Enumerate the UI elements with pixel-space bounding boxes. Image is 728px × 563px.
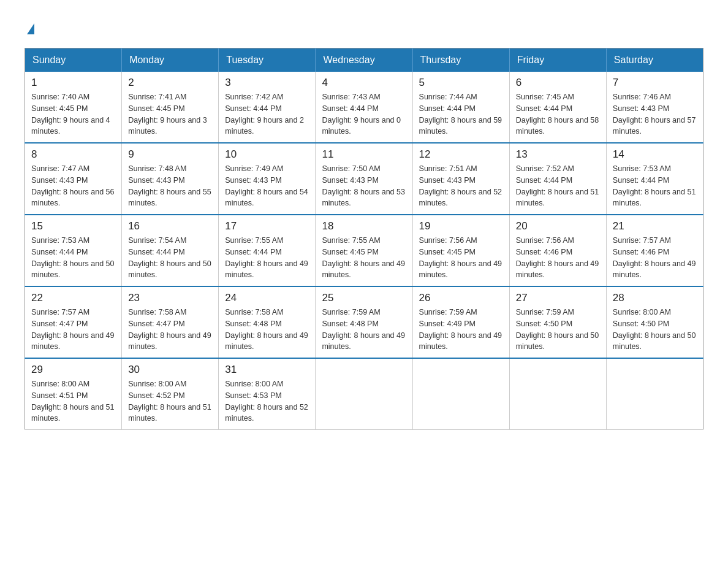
calendar-cell: 16 Sunrise: 7:54 AM Sunset: 4:44 PM Dayl… — [122, 215, 219, 286]
sunset-label: Sunset: 4:46 PM — [613, 248, 669, 256]
sunset-label: Sunset: 4:43 PM — [128, 176, 184, 185]
calendar-header-wednesday: Wednesday — [316, 48, 412, 72]
day-number: 29 — [31, 364, 115, 376]
logo — [25, 18, 34, 36]
day-number: 14 — [613, 148, 697, 161]
sunrise-label: Sunrise: 7:59 AM — [322, 308, 380, 316]
day-number: 20 — [516, 220, 600, 232]
day-info: Sunrise: 7:58 AM Sunset: 4:48 PM Dayligh… — [225, 307, 309, 353]
calendar-week-1: 1 Sunrise: 7:40 AM Sunset: 4:45 PM Dayli… — [25, 72, 703, 143]
sunset-label: Sunset: 4:47 PM — [128, 320, 184, 328]
sunrise-label: Sunrise: 7:57 AM — [613, 236, 671, 245]
calendar-cell: 24 Sunrise: 7:58 AM Sunset: 4:48 PM Dayl… — [219, 286, 316, 358]
sunrise-label: Sunrise: 7:50 AM — [322, 164, 380, 173]
sunrise-label: Sunrise: 7:58 AM — [128, 308, 186, 316]
sunrise-label: Sunrise: 7:43 AM — [322, 93, 380, 101]
day-number: 27 — [516, 292, 600, 304]
calendar-cell: 26 Sunrise: 7:59 AM Sunset: 4:49 PM Dayl… — [412, 286, 509, 358]
daylight-label: Daylight: 8 hours and 51 minutes. — [31, 403, 115, 423]
day-number: 15 — [31, 220, 115, 232]
calendar-header-sunday: Sunday — [25, 48, 122, 72]
day-info: Sunrise: 7:49 AM Sunset: 4:43 PM Dayligh… — [225, 163, 309, 209]
daylight-label: Daylight: 9 hours and 0 minutes. — [322, 116, 401, 136]
day-info: Sunrise: 8:00 AM Sunset: 4:50 PM Dayligh… — [613, 307, 697, 353]
sunset-label: Sunset: 4:45 PM — [128, 104, 184, 113]
logo-general-line — [25, 18, 34, 36]
sunset-label: Sunset: 4:45 PM — [419, 248, 476, 256]
calendar-cell — [509, 358, 606, 430]
day-number: 11 — [322, 148, 406, 161]
daylight-label: Daylight: 8 hours and 58 minutes. — [516, 116, 599, 136]
day-number: 2 — [128, 77, 212, 89]
daylight-label: Daylight: 8 hours and 54 minutes. — [225, 188, 308, 208]
day-info: Sunrise: 7:58 AM Sunset: 4:47 PM Dayligh… — [128, 307, 212, 353]
daylight-label: Daylight: 8 hours and 52 minutes. — [419, 188, 502, 208]
sunrise-label: Sunrise: 8:00 AM — [613, 308, 671, 316]
daylight-label: Daylight: 8 hours and 50 minutes. — [613, 331, 696, 351]
calendar-header-monday: Monday — [122, 48, 219, 72]
calendar-cell: 19 Sunrise: 7:56 AM Sunset: 4:45 PM Dayl… — [412, 215, 509, 286]
calendar-cell: 9 Sunrise: 7:48 AM Sunset: 4:43 PM Dayli… — [122, 143, 219, 215]
sunset-label: Sunset: 4:44 PM — [225, 104, 281, 113]
day-number: 12 — [419, 148, 503, 161]
sunset-label: Sunset: 4:44 PM — [516, 104, 572, 113]
day-info: Sunrise: 7:57 AM Sunset: 4:46 PM Dayligh… — [613, 235, 697, 281]
day-number: 19 — [419, 220, 503, 232]
day-info: Sunrise: 7:41 AM Sunset: 4:45 PM Dayligh… — [128, 91, 212, 137]
day-info: Sunrise: 8:00 AM Sunset: 4:52 PM Dayligh… — [128, 378, 212, 424]
calendar-header-thursday: Thursday — [412, 48, 509, 72]
sunset-label: Sunset: 4:48 PM — [225, 320, 281, 328]
day-info: Sunrise: 7:59 AM Sunset: 4:50 PM Dayligh… — [516, 307, 600, 353]
daylight-label: Daylight: 8 hours and 49 minutes. — [516, 259, 599, 280]
calendar-header-friday: Friday — [509, 48, 606, 72]
sunset-label: Sunset: 4:53 PM — [225, 391, 281, 400]
daylight-label: Daylight: 8 hours and 51 minutes. — [613, 188, 696, 208]
day-info: Sunrise: 7:47 AM Sunset: 4:43 PM Dayligh… — [31, 163, 115, 209]
calendar-week-4: 22 Sunrise: 7:57 AM Sunset: 4:47 PM Dayl… — [25, 286, 703, 358]
sunrise-label: Sunrise: 7:49 AM — [225, 164, 283, 173]
calendar-cell: 8 Sunrise: 7:47 AM Sunset: 4:43 PM Dayli… — [25, 143, 122, 215]
daylight-label: Daylight: 9 hours and 2 minutes. — [225, 116, 304, 136]
sunset-label: Sunset: 4:44 PM — [31, 248, 88, 256]
day-info: Sunrise: 7:45 AM Sunset: 4:44 PM Dayligh… — [516, 91, 600, 137]
sunrise-label: Sunrise: 7:57 AM — [31, 308, 89, 316]
day-number: 22 — [31, 292, 115, 304]
calendar-week-2: 8 Sunrise: 7:47 AM Sunset: 4:43 PM Dayli… — [25, 143, 703, 215]
daylight-label: Daylight: 8 hours and 49 minutes. — [613, 259, 696, 280]
sunset-label: Sunset: 4:45 PM — [322, 248, 378, 256]
daylight-label: Daylight: 8 hours and 49 minutes. — [225, 331, 308, 351]
day-number: 16 — [128, 220, 212, 232]
day-number: 6 — [516, 77, 600, 89]
sunset-label: Sunset: 4:44 PM — [516, 176, 572, 185]
calendar-cell — [316, 358, 412, 430]
day-number: 9 — [128, 148, 212, 161]
sunset-label: Sunset: 4:44 PM — [613, 176, 669, 185]
logo-triangle-icon — [27, 23, 34, 34]
calendar-cell: 18 Sunrise: 7:55 AM Sunset: 4:45 PM Dayl… — [316, 215, 412, 286]
calendar-header-row: SundayMondayTuesdayWednesdayThursdayFrid… — [25, 48, 703, 72]
calendar-cell — [412, 358, 509, 430]
day-number: 1 — [31, 77, 115, 89]
day-info: Sunrise: 8:00 AM Sunset: 4:51 PM Dayligh… — [31, 378, 115, 424]
sunset-label: Sunset: 4:43 PM — [322, 176, 378, 185]
day-info: Sunrise: 7:44 AM Sunset: 4:44 PM Dayligh… — [419, 91, 503, 137]
calendar-cell: 25 Sunrise: 7:59 AM Sunset: 4:48 PM Dayl… — [316, 286, 412, 358]
calendar-cell: 2 Sunrise: 7:41 AM Sunset: 4:45 PM Dayli… — [122, 72, 219, 143]
sunset-label: Sunset: 4:50 PM — [516, 320, 572, 328]
daylight-label: Daylight: 9 hours and 3 minutes. — [128, 116, 207, 136]
sunrise-label: Sunrise: 7:56 AM — [516, 236, 574, 245]
sunset-label: Sunset: 4:46 PM — [516, 248, 572, 256]
calendar-week-3: 15 Sunrise: 7:53 AM Sunset: 4:44 PM Dayl… — [25, 215, 703, 286]
calendar-cell: 29 Sunrise: 8:00 AM Sunset: 4:51 PM Dayl… — [25, 358, 122, 430]
calendar-cell: 17 Sunrise: 7:55 AM Sunset: 4:44 PM Dayl… — [219, 215, 316, 286]
sunrise-label: Sunrise: 7:51 AM — [419, 164, 477, 173]
sunrise-label: Sunrise: 7:59 AM — [516, 308, 574, 316]
sunrise-label: Sunrise: 7:55 AM — [322, 236, 380, 245]
sunrise-label: Sunrise: 7:48 AM — [128, 164, 186, 173]
daylight-label: Daylight: 8 hours and 52 minutes. — [225, 403, 308, 423]
calendar-cell — [606, 358, 703, 430]
day-info: Sunrise: 8:00 AM Sunset: 4:53 PM Dayligh… — [225, 378, 309, 424]
calendar-cell: 11 Sunrise: 7:50 AM Sunset: 4:43 PM Dayl… — [316, 143, 412, 215]
calendar-cell: 6 Sunrise: 7:45 AM Sunset: 4:44 PM Dayli… — [509, 72, 606, 143]
daylight-label: Daylight: 9 hours and 4 minutes. — [31, 116, 110, 136]
